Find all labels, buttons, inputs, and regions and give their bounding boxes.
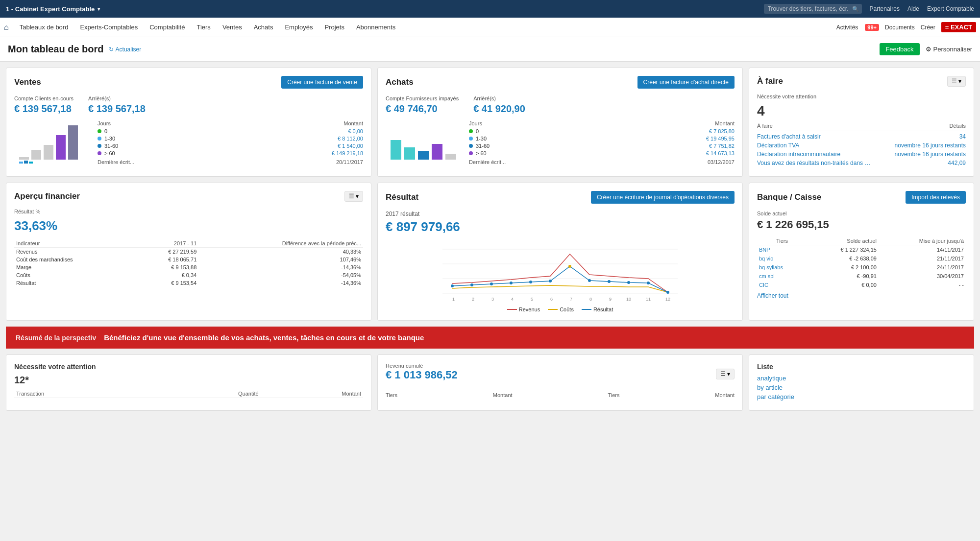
aide-menu[interactable]: Aide [907, 5, 919, 12]
legend-revenus-line [507, 309, 517, 310]
activities-badge: 99+ [865, 24, 879, 31]
bottom-middle-label: Revenu cumulé € 1 013 986,52 [386, 363, 458, 385]
ventes-arriere-block: Arrièré(s) € 139 567,18 [88, 95, 146, 115]
company-selector[interactable]: 1 - Cabinet Expert Comptable ▾ [6, 5, 100, 13]
create-vente-button[interactable]: Créer une facture de vente [281, 76, 363, 89]
achats-arriere-block: Arrièré(s) € 41 920,90 [473, 95, 525, 115]
partenaires-menu[interactable]: Partenaires [870, 5, 900, 12]
banque-tiers-bnp[interactable]: BNP [757, 245, 807, 255]
svg-text:2: 2 [472, 297, 474, 302]
liste-links: analytique by article par catégorie [757, 375, 966, 400]
svg-point-35 [568, 265, 571, 268]
link-par-categorie[interactable]: par catégorie [757, 393, 966, 400]
fin-col-diff: Différence avec la période préc... [198, 239, 363, 248]
promo-banner: Résumé de la perspectiv Bénéficiez d'une… [6, 327, 974, 349]
svg-text:10: 10 [626, 297, 631, 302]
achats-jours-header: Jours [469, 120, 482, 126]
afaire-menu-button[interactable]: ☰ ▾ [947, 76, 966, 87]
afaire-col2: Détails [949, 123, 966, 129]
bottom-left-card: Nécessite votre attention 12* Transactio… [6, 354, 371, 411]
banque-tiers-bqsyllabs[interactable]: bq syllabs [757, 263, 807, 272]
personaliser-button[interactable]: ⚙ Personnaliser [926, 46, 973, 53]
aging-row-1: 1-30 € 8 112,00 [98, 136, 363, 141]
aging-row-0: 0 € 0,00 [98, 128, 363, 134]
afaire-item-0: Factures d'achat à saisir 34 [757, 133, 966, 140]
banque-tiers-bqvic[interactable]: bq vic [757, 254, 807, 263]
apercu-menu-button[interactable]: ☰ ▾ [344, 191, 363, 202]
achats-dot-0 [469, 129, 473, 133]
menu-experts[interactable]: Experts-Comptables [75, 22, 143, 33]
achats-aging-row-2: 31-60 € 7 751,82 [469, 143, 735, 149]
banque-col-tiers: Tiers [757, 237, 807, 245]
svg-text:4: 4 [511, 297, 514, 302]
svg-text:9: 9 [609, 297, 612, 302]
montant-header: Montant [343, 120, 363, 126]
menu-abonnements[interactable]: Abonnements [351, 22, 400, 33]
company-name: 1 - Cabinet Expert Comptable [6, 5, 95, 13]
banque-col-solde: Solde actuel [807, 237, 879, 245]
banque-tiers-cmspi[interactable]: cm spi [757, 272, 807, 281]
legend-resultat-line [582, 309, 591, 310]
link-analytique[interactable]: analytique [757, 375, 966, 382]
expert-comptable-menu[interactable]: Expert Comptable [927, 5, 974, 12]
ventes-card: Ventes Créer une facture de vente Compte… [6, 68, 371, 177]
feedback-button[interactable]: Feedback [880, 43, 919, 55]
banque-row-cmspi: cm spi € -90,91 30/04/2017 [757, 272, 966, 281]
banque-col-date: Mise à jour jusqu'à [879, 237, 966, 245]
banque-row-bnp: BNP € 1 227 324,15 14/11/2017 [757, 245, 966, 255]
menu-projets[interactable]: Projets [319, 22, 349, 33]
bottom-middle-col-headers: Tiers Montant Tiers Montant [386, 392, 735, 398]
exact-logo: = EXACT [941, 22, 976, 32]
afaire-label-2[interactable]: Déclaration intracommunautaire [757, 151, 840, 158]
promo-text: Bénéficiez d'une vue d'ensemble de vos a… [104, 333, 424, 342]
svg-rect-11 [432, 144, 442, 160]
svg-text:7: 7 [570, 297, 572, 302]
search-input[interactable] [764, 4, 862, 14]
menu-ventes[interactable]: Ventes [218, 22, 247, 33]
home-icon[interactable]: ⌂ [4, 23, 9, 32]
legend-resultat: Résultat [582, 306, 613, 312]
documents-button[interactable]: Documents [885, 24, 915, 31]
revenu-label: Revenu cumulé [386, 363, 458, 369]
afficher-tout-link[interactable]: Afficher tout [757, 292, 966, 299]
menu-tableaux[interactable]: Tableaux de bord [15, 22, 74, 33]
banque-tiers-cic[interactable]: CIC [757, 281, 807, 289]
page-header: Mon tableau de bord ↻ Actualiser Feedbac… [0, 37, 980, 62]
afaire-col1: À faire [757, 123, 773, 129]
banque-title: Banque / Caisse [757, 192, 821, 202]
import-releves-button[interactable]: Import des relevés [906, 191, 966, 204]
menu-achats[interactable]: Achats [249, 22, 278, 33]
svg-rect-9 [404, 147, 415, 160]
afaire-label-3[interactable]: Vous avez des résultats non-traités dans… [757, 160, 870, 166]
top-nav-right: 🔍 Partenaires Aide Expert Comptable [764, 4, 974, 14]
svg-rect-2 [44, 145, 53, 160]
banque-table: Tiers Solde actuel Mise à jour jusqu'à B… [757, 237, 966, 289]
menu-employes[interactable]: Employés [280, 22, 318, 33]
banque-row-cic: CIC € 0,00 - - [757, 281, 966, 289]
apercu-title: Aperçu financier [14, 191, 80, 201]
create-journal-button[interactable]: Créer une écriture de journal d'opératio… [591, 191, 735, 204]
main-content: Ventes Créer une facture de vente Compte… [0, 62, 980, 417]
bottom-middle-card: Revenu cumulé € 1 013 986,52 ☰ ▾ Tiers M… [377, 354, 743, 411]
create-achat-button[interactable]: Créer une facture d'achat directe [637, 76, 735, 89]
afaire-label-1[interactable]: Déclaration TVA [757, 142, 799, 149]
apercu-card: Aperçu financier ☰ ▾ Résultat % 33,63% I… [6, 183, 371, 321]
afaire-value-1: novembre 16 jours restants [895, 142, 966, 149]
achats-bar-chart [386, 120, 464, 165]
ventes-header: Ventes Créer une facture de vente [14, 76, 363, 89]
btmid-col-tiers1: Tiers [386, 392, 397, 398]
link-by-article[interactable]: by article [757, 384, 966, 391]
menu-tiers[interactable]: Tiers [192, 22, 215, 33]
actualiser-button[interactable]: ↻ Actualiser [109, 46, 142, 53]
refresh-icon: ↻ [109, 46, 114, 53]
legend-resultat-label: Résultat [593, 306, 613, 312]
creer-button[interactable]: Créer [921, 24, 935, 31]
svg-text:1: 1 [452, 297, 455, 302]
achats-chart-table: Jours Montant 0 € 7 825,80 1-30 € 19 495… [386, 120, 735, 165]
bottom-middle-menu-button[interactable]: ☰ ▾ [716, 369, 735, 379]
chevron-down-icon: ▾ [98, 6, 100, 12]
menu-comptabilite[interactable]: Comptabilité [145, 22, 190, 33]
afaire-label-0[interactable]: Factures d'achat à saisir [757, 133, 821, 140]
achats-compte-label: Compte Fournisseurs impayés [386, 95, 459, 101]
achats-arriere-label: Arrièré(s) [473, 95, 525, 101]
